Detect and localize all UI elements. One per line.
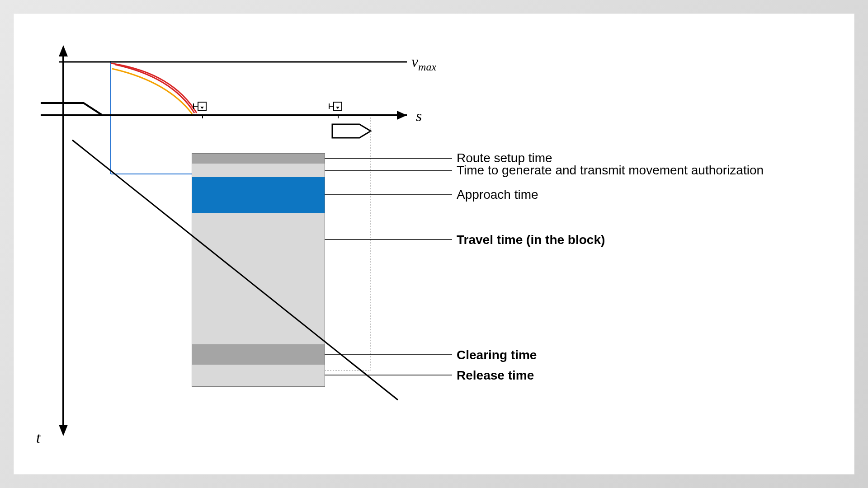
s-axis-label: s	[416, 108, 422, 124]
diagram-canvas: vmax s t Route setup time Time to genera…	[14, 14, 854, 474]
vmax-v: v	[411, 53, 419, 70]
band-approach	[192, 177, 325, 213]
band-stack	[192, 154, 325, 386]
braking-curve-red-outer	[111, 63, 197, 113]
step-shelf	[41, 103, 102, 115]
label-movement-auth: Time to generate and transmit movement a…	[457, 163, 764, 177]
band-travel	[192, 213, 325, 344]
band-movement-auth	[192, 164, 325, 177]
t-axis-arrowhead-down	[59, 425, 68, 436]
band-route-setup	[192, 154, 325, 164]
vmax-sub: max	[418, 61, 436, 73]
svg-rect-2	[198, 102, 206, 110]
vmax-label: vmax	[411, 53, 436, 73]
braking-curve-red-inner	[115, 65, 194, 113]
svg-rect-7	[334, 102, 342, 110]
band-clearing	[192, 344, 325, 365]
label-release: Release time	[457, 368, 534, 382]
s-axis-arrowhead	[397, 111, 407, 120]
label-clearing: Clearing time	[457, 348, 537, 362]
stop-marker	[332, 124, 371, 138]
label-travel: Travel time (in the block)	[457, 233, 605, 247]
t-axis-label: t	[36, 429, 41, 446]
band-release	[192, 365, 325, 386]
label-approach: Approach time	[457, 188, 538, 202]
t-axis-arrowhead-up	[59, 45, 68, 56]
diagram-svg: vmax s t Route setup time Time to genera…	[14, 14, 854, 474]
